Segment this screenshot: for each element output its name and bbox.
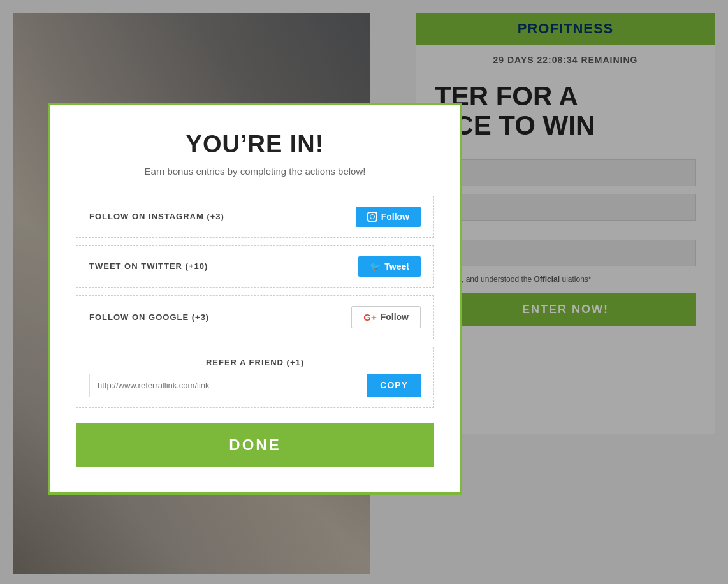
google-follow-button[interactable]: G+ Follow [351, 306, 421, 328]
twitter-action-label: TWEET ON TWITTER (+10) [89, 261, 208, 271]
twitter-tweet-button[interactable]: 🐦 Tweet [358, 256, 421, 277]
instagram-follow-button[interactable]: Follow [356, 207, 421, 227]
instagram-icon [367, 212, 377, 222]
instagram-button-label: Follow [381, 212, 409, 222]
instagram-action-label: FOLLOW ON INSTAGRAM (+3) [89, 212, 224, 221]
google-action-label: FOLLOW ON GOOGLE (+3) [89, 312, 209, 322]
referral-section: REFER A FRIEND (+1) COPY [76, 347, 434, 408]
referral-input-row: COPY [89, 374, 421, 397]
done-button[interactable]: DONE [76, 423, 434, 467]
modal-overlay: YOU’RE IN! Earn bonus entries by complet… [0, 0, 728, 584]
google-button-label: Follow [381, 312, 409, 322]
copy-button[interactable]: COPY [367, 374, 421, 397]
referral-label: REFER A FRIEND (+1) [89, 358, 421, 367]
twitter-action-row: TWEET ON TWITTER (+10) 🐦 Tweet [76, 245, 434, 288]
modal-dialog: YOU’RE IN! Earn bonus entries by complet… [48, 103, 462, 495]
google-action-row: FOLLOW ON GOOGLE (+3) G+ Follow [76, 295, 434, 339]
twitter-button-label: Tweet [384, 261, 409, 272]
referral-link-input[interactable] [89, 374, 367, 397]
modal-title: YOU’RE IN! [76, 131, 434, 158]
twitter-icon: 🐦 [370, 261, 381, 272]
google-plus-icon: G+ [363, 312, 376, 323]
instagram-action-row: FOLLOW ON INSTAGRAM (+3) Follow [76, 196, 434, 238]
modal-subtitle: Earn bonus entries by completing the act… [76, 166, 434, 177]
